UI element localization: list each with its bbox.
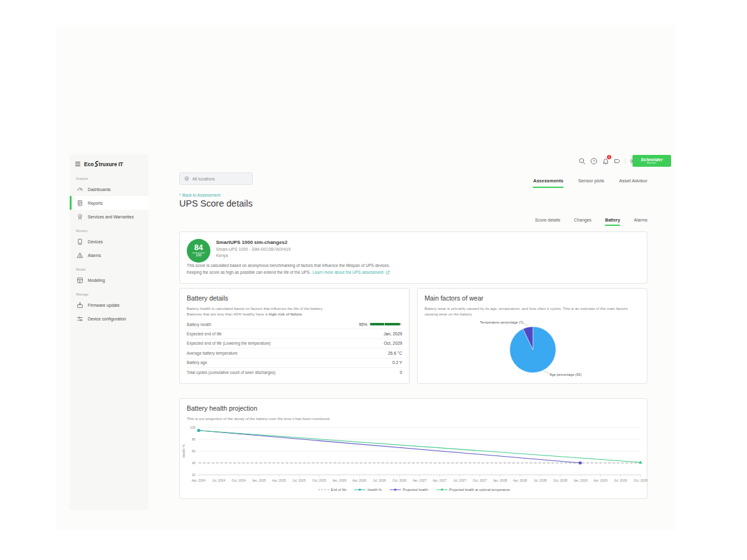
legend-marker-icon	[354, 487, 365, 492]
schneider-electric-logo[interactable]: Schneider Electric	[632, 155, 671, 167]
sidebar-item-services-and-warranties[interactable]: Services and Warranties	[70, 210, 148, 223]
row-label: Average battery temperature	[187, 351, 237, 355]
battery-row-average-battery-temperature: Average battery temperature26.6 °C	[187, 348, 402, 358]
svg-text:20: 20	[192, 473, 195, 477]
sidebar-item-alarms[interactable]: Alarms	[70, 248, 148, 262]
svg-text:Health %: Health %	[182, 444, 186, 457]
score-description-line2: Keeping the score as high as possible ca…	[187, 270, 390, 274]
sidebar-item-devices[interactable]: Devices	[70, 235, 148, 248]
row-label: Battery health	[187, 322, 211, 327]
legend-label: Projected health at optimal temperature	[449, 488, 510, 492]
tab-assessments[interactable]: Assessments	[533, 178, 563, 188]
svg-text:80: 80	[192, 437, 195, 441]
tab-asset-advisor[interactable]: Asset Advisor	[619, 178, 647, 188]
search-icon	[578, 157, 586, 165]
subtab-changes[interactable]: Changes	[574, 218, 591, 226]
svg-text:Oct, 2027: Oct, 2027	[473, 478, 487, 482]
notification-badge: 1	[607, 155, 611, 159]
sidebar: Ecotruxure IT AnalyzeDashboardsReportsSe…	[70, 154, 148, 510]
svg-text:Jan, 2029: Jan, 2029	[573, 478, 588, 482]
subtab-score-details[interactable]: Score details	[535, 218, 560, 226]
location-search-input[interactable]: All locations	[179, 172, 253, 185]
legend-marker-icon	[390, 487, 401, 492]
svg-text:Apr, 2025: Apr, 2025	[272, 478, 286, 482]
battery-details-description: Battery health is calculated based on fa…	[187, 306, 402, 317]
battery-details-panel: Battery details Battery health is calcul…	[179, 288, 410, 384]
row-value: 26.6 °C	[388, 351, 402, 355]
legend-marker-icon	[436, 487, 448, 492]
ecostruxure-logo: Ecotruxure IT	[84, 161, 123, 167]
ecostruxure-swirl-icon	[94, 161, 99, 167]
sidebar-item-label: Devices	[88, 240, 103, 244]
svg-text:Jul, 2025: Jul, 2025	[293, 478, 306, 482]
sidebar-header: Ecotruxure IT	[70, 154, 148, 171]
external-link-icon	[386, 271, 390, 274]
sidebar-item-reports[interactable]: Reports	[70, 196, 148, 210]
projection-description: This is our projection of the decay of t…	[187, 416, 640, 421]
svg-text:Jan, 2025: Jan, 2025	[251, 478, 266, 482]
battery-details-title: Battery details	[187, 294, 228, 302]
svg-text:Apr, 2026: Apr, 2026	[352, 478, 366, 482]
sidebar-item-label: Dashboards	[88, 187, 111, 192]
sidebar-section-label-model: Model	[76, 268, 148, 271]
battery-row-battery-age: Battery age0.2 Y	[187, 358, 402, 368]
feedback-button[interactable]	[613, 157, 622, 166]
sidebar-item-firmware-update[interactable]: Firmware update	[70, 298, 148, 312]
sidebar-item-label: Modeling	[88, 278, 105, 282]
svg-text:Apr, 2028: Apr, 2028	[513, 478, 527, 482]
pie-label-temperature: Temperature percentage (7)	[480, 320, 523, 324]
score-badge: 84 100	[187, 239, 210, 263]
battery-row-expected-end-of-life-lowering-the-temperature: Expected end of life (Lowering the tempe…	[187, 339, 402, 348]
learn-more-link[interactable]: Learn more about the UPS assessment.	[312, 270, 390, 274]
svg-text:40: 40	[192, 461, 195, 465]
sidebar-nav: AnalyzeDashboardsReportsServices and War…	[70, 177, 148, 325]
sidebar-item-dashboards[interactable]: Dashboards	[70, 182, 148, 196]
back-link-label: Back to Assessment	[182, 193, 220, 197]
sidebar-section-label-analyze: Analyze	[76, 177, 148, 180]
row-label: Total cycles (cumulative count of seen d…	[187, 370, 275, 375]
score-value: 84	[194, 244, 203, 252]
row-value: 95%	[359, 322, 367, 327]
schneider-logo-line1: Schneider	[641, 157, 663, 162]
help-button[interactable]: ?	[590, 157, 598, 166]
battery-desc-line2-bold: high risk of failure	[268, 312, 302, 316]
projection-chart: 20406080100Apr, 2024Jul, 2024Oct, 2024Ja…	[180, 422, 648, 485]
legend-label: End of life	[331, 488, 347, 492]
notifications-button[interactable]: 1	[601, 157, 610, 166]
wear-title: Main factors of wear	[425, 294, 484, 302]
row-value: 0	[400, 370, 402, 375]
subtab-alarms[interactable]: Alarms	[634, 218, 647, 226]
svg-text:Jul, 2029: Jul, 2029	[614, 478, 627, 482]
wear-pie-chart	[418, 319, 648, 383]
subtab-battery[interactable]: Battery	[605, 218, 620, 226]
row-label: Battery age	[187, 360, 207, 365]
svg-text:Jan, 2028: Jan, 2028	[493, 478, 507, 482]
help-icon: ?	[590, 157, 598, 165]
menu-icon[interactable]	[75, 162, 80, 166]
svg-text:?: ?	[593, 159, 595, 163]
logo-text-eco: Eco	[84, 161, 94, 167]
projection-panel: Battery health projection This is our pr…	[179, 398, 647, 499]
battery-row-expected-end-of-life: Expected end of lifeJan, 2029	[187, 329, 402, 338]
alarms-icon	[77, 252, 83, 259]
sidebar-section-label-manage: Manage	[76, 292, 148, 296]
logo-text-truxure: truxure IT	[99, 161, 123, 167]
svg-text:Apr, 2027: Apr, 2027	[433, 478, 446, 482]
tab-sensor-plots[interactable]: Sensor plots	[578, 178, 604, 188]
svg-text:Oct, 2024: Oct, 2024	[232, 478, 246, 482]
row-value: Oct, 2029	[384, 341, 402, 345]
battery-row-battery-health: Battery health95%	[187, 320, 402, 329]
dashboards-icon	[77, 186, 83, 193]
active-indicator	[70, 196, 72, 210]
learn-more-label: Learn more about the UPS assessment.	[312, 270, 385, 274]
legend-label: Projected health	[403, 488, 428, 492]
projection-legend: End of lifeHealth %Projected healthProje…	[180, 487, 648, 492]
search-button[interactable]	[578, 157, 586, 166]
chevron-left-icon: ‹	[179, 192, 181, 197]
back-link[interactable]: ‹Back to Assessment	[179, 192, 220, 197]
sidebar-item-device-configuration[interactable]: Device configuration	[70, 312, 148, 325]
sidebar-item-modeling[interactable]: Modeling	[70, 273, 148, 287]
legend-item-end-of-life: End of life	[318, 487, 347, 492]
globe-icon	[184, 176, 189, 181]
svg-text:Jul, 2024: Jul, 2024	[212, 478, 225, 482]
